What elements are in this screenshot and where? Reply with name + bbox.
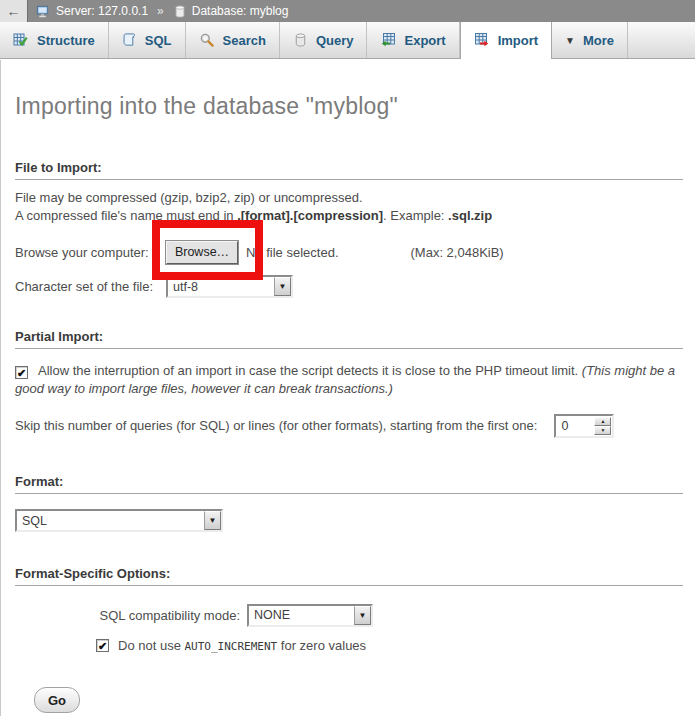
tab-label: Query (316, 33, 354, 48)
sql-compat-select[interactable]: NONE ▼ (247, 604, 373, 627)
name-rule-example: .sql.zip (448, 208, 492, 223)
auto-increment-row: ✔ Do not use AUTO_INCREMENT for zero val… (96, 637, 685, 653)
tab-export[interactable]: Export (367, 22, 459, 58)
autoinc-prefix: Do not use (118, 638, 185, 653)
skip-queries-row: Skip this number of queries (for SQL) or… (15, 413, 685, 438)
dropdown-arrow-icon[interactable]: ▼ (274, 277, 291, 296)
name-rule-format: .[format].[compression] (237, 208, 383, 223)
search-icon (199, 32, 215, 48)
sql-icon (122, 32, 137, 48)
dropdown-arrow-icon[interactable]: ▼ (204, 511, 221, 530)
breadcrumb-server[interactable]: Server: 127.0.0.1 (56, 4, 148, 18)
section-heading-format: Format: (15, 474, 683, 494)
auto-increment-checkbox[interactable]: ✔ (96, 639, 109, 652)
tab-search[interactable]: Search (186, 22, 280, 58)
tab-label: Search (223, 33, 266, 48)
sql-compat-selected-value: NONE (249, 608, 354, 622)
name-rule-mid: . Example: (383, 208, 448, 223)
sql-compat-row: SQL compatibility mode: NONE ▼ (15, 603, 685, 627)
section-heading-format-options: Format-Specific Options: (15, 566, 683, 586)
tab-more[interactable]: ▼ More (552, 22, 628, 58)
compression-note: File may be compressed (gzip, bzip2, zip… (15, 190, 685, 205)
interrupt-text: Allow the interruption of an import in c… (38, 363, 582, 378)
structure-icon (13, 32, 29, 48)
charset-select[interactable]: utf-8 ▼ (166, 275, 293, 298)
file-upload-row: Browse your computer: Browse… No file se… (15, 240, 685, 264)
tab-label: SQL (145, 33, 172, 48)
auto-increment-text: Do not use AUTO_INCREMENT for zero value… (118, 638, 366, 653)
skip-label: Skip this number of queries (for SQL) or… (15, 418, 537, 433)
file-name-rule: A compressed file's name must end in .[f… (15, 208, 685, 223)
tab-import[interactable]: Import (460, 22, 552, 59)
server-icon (36, 4, 51, 19)
number-spinner: ▲ ▼ (594, 417, 611, 435)
export-icon (380, 32, 396, 48)
name-rule-prefix: A compressed file's name must end in (15, 208, 237, 223)
tab-label: Import (498, 33, 538, 48)
import-icon (474, 32, 490, 48)
autoinc-suffix: for zero values (277, 638, 366, 653)
charset-label: Character set of the file: (15, 279, 166, 294)
skip-number-input[interactable]: 0 ▲ ▼ (554, 414, 614, 438)
tab-structure[interactable]: Structure (0, 22, 109, 58)
max-upload-size: (Max: 2,048KiB) (411, 245, 504, 260)
tab-query[interactable]: Query (280, 22, 368, 58)
charset-row: Character set of the file: utf-8 ▼ (15, 275, 685, 298)
autoinc-code: AUTO_INCREMENT (185, 640, 278, 653)
spinner-up-icon[interactable]: ▲ (594, 417, 611, 426)
chevron-down-icon: ▼ (565, 35, 575, 46)
browse-label: Browse your computer: (15, 245, 166, 260)
interrupt-checkbox[interactable]: ✔ (15, 366, 28, 379)
breadcrumb-bar: ← Server: 127.0.0.1 » Database: myblog (0, 0, 695, 22)
format-selected-value: SQL (17, 514, 204, 528)
charset-selected-value: utf-8 (168, 280, 274, 294)
page-title: Importing into the database "myblog" (15, 93, 685, 120)
breadcrumb-database[interactable]: Database: myblog (192, 4, 289, 18)
tab-label: Structure (37, 33, 95, 48)
tab-bar: Structure SQL Search Query Export Import… (0, 22, 695, 59)
format-select[interactable]: SQL ▼ (15, 509, 223, 532)
tab-sql[interactable]: SQL (109, 22, 186, 58)
query-icon (293, 32, 308, 48)
tab-label: More (583, 33, 614, 48)
database-icon (173, 4, 187, 19)
breadcrumb: Server: 127.0.0.1 » Database: myblog (36, 4, 288, 19)
spinner-down-icon[interactable]: ▼ (594, 426, 611, 435)
interrupt-option: ✔Allow the interruption of an import in … (15, 362, 685, 398)
breadcrumb-separator: » (157, 4, 164, 18)
dropdown-arrow-icon[interactable]: ▼ (354, 606, 371, 625)
back-arrow-icon: ← (7, 4, 21, 18)
section-heading-partial-import: Partial Import: (15, 329, 683, 349)
import-page: Importing into the database "myblog" Fil… (0, 60, 695, 716)
tab-label: Export (404, 33, 445, 48)
no-file-selected-text: No file selected. (246, 245, 339, 260)
back-arrow-button[interactable]: ← (0, 0, 28, 22)
go-button[interactable]: Go (34, 687, 80, 713)
section-heading-file-to-import: File to Import: (15, 160, 683, 180)
browse-button[interactable]: Browse… (166, 241, 238, 264)
sql-compat-label: SQL compatibility mode: (15, 608, 240, 623)
